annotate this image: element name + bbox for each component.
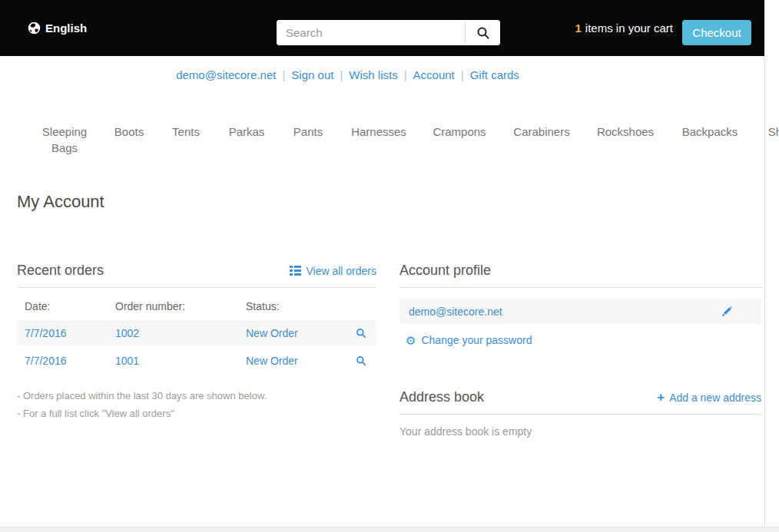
nav-item-crampons[interactable]: Crampons bbox=[433, 124, 486, 140]
wish-lists-link[interactable]: Wish lists bbox=[349, 68, 397, 81]
page-title: My Account bbox=[17, 192, 104, 212]
language-label: English bbox=[45, 21, 87, 35]
search-button[interactable] bbox=[466, 20, 500, 45]
table-row: 7/7/2016 1002 New Order bbox=[17, 320, 376, 345]
account-link[interactable]: Account bbox=[413, 68, 455, 81]
order-status-link[interactable]: New Order bbox=[246, 355, 298, 367]
view-all-orders-link[interactable]: View all orders bbox=[290, 265, 376, 277]
nav-item-harnesses[interactable]: Harnesses bbox=[351, 124, 406, 140]
language-selector[interactable]: English bbox=[28, 0, 87, 56]
profile-email-link[interactable]: demo@sitecore.net bbox=[409, 306, 502, 318]
profile-email-row: demo@sitecore.net bbox=[399, 299, 761, 324]
account-profile-header: Account profile bbox=[399, 263, 761, 288]
link-separator: | bbox=[340, 68, 343, 81]
link-separator: | bbox=[461, 68, 464, 81]
view-all-orders-label: View all orders bbox=[306, 265, 376, 277]
page-right-border bbox=[764, 56, 765, 527]
recent-orders-section: Recent orders View all orders Date: Orde… bbox=[17, 263, 376, 422]
gift-cards-link[interactable]: Gift cards bbox=[470, 68, 519, 81]
search-icon bbox=[356, 328, 366, 339]
account-profile-section: Account profile demo@sitecore.net ⚙ Chan… bbox=[399, 263, 761, 438]
order-number-link[interactable]: 1002 bbox=[115, 327, 139, 339]
search-input[interactable] bbox=[277, 20, 465, 45]
account-email-link[interactable]: demo@sitecore.net bbox=[176, 68, 276, 81]
address-book-title: Address book bbox=[399, 389, 484, 405]
orders-note-line: - Orders placed within the last 30 days … bbox=[17, 387, 376, 405]
checkout-button[interactable]: Checkout bbox=[682, 20, 751, 45]
top-bar: English 1 items in your cart Checkout bbox=[0, 0, 764, 56]
view-order-button[interactable] bbox=[346, 355, 376, 366]
change-password-link[interactable]: ⚙ Change your password bbox=[399, 334, 761, 346]
column-order-number: Order number: bbox=[108, 300, 238, 312]
gear-icon: ⚙ bbox=[406, 335, 416, 346]
account-links-bar: demo@sitecore.net | Sign out | Wish list… bbox=[0, 56, 695, 93]
order-date-link[interactable]: 7/7/2016 bbox=[25, 355, 67, 367]
cart-text: items in your cart bbox=[585, 21, 673, 35]
view-order-button[interactable] bbox=[346, 328, 376, 339]
nav-item-carabiners[interactable]: Carabiners bbox=[513, 124, 569, 140]
order-number-link[interactable]: 1001 bbox=[115, 355, 139, 367]
nav-item-sleeping-bags[interactable]: Sleeping Bags bbox=[33, 124, 96, 156]
recent-orders-title: Recent orders bbox=[17, 263, 104, 279]
add-address-label: Add a new address bbox=[669, 392, 761, 404]
orders-notes: - Orders placed within the last 30 days … bbox=[17, 387, 376, 422]
sign-out-link[interactable]: Sign out bbox=[291, 68, 333, 81]
link-separator: | bbox=[282, 68, 285, 81]
orders-note-line: - For a full list click "View all orders… bbox=[17, 405, 376, 422]
order-status-link[interactable]: New Order bbox=[246, 327, 298, 339]
globe-icon bbox=[28, 21, 41, 35]
list-icon bbox=[290, 266, 301, 276]
footer-strip bbox=[0, 527, 779, 532]
address-book-empty-text: Your address book is empty bbox=[399, 425, 761, 438]
orders-table-header: Date: Order number: Status: bbox=[17, 293, 376, 319]
search-icon bbox=[476, 26, 490, 40]
link-separator: | bbox=[404, 68, 407, 81]
nav-item-boots[interactable]: Boots bbox=[114, 124, 144, 140]
search-box bbox=[277, 20, 500, 45]
column-date: Date: bbox=[17, 300, 108, 312]
nav-item-pants[interactable]: Pants bbox=[293, 124, 323, 140]
nav-item-shirts-clipped[interactable]: Sh bbox=[768, 124, 779, 140]
change-password-label: Change your password bbox=[421, 334, 532, 346]
search-icon bbox=[356, 355, 366, 366]
table-row: 7/7/2016 1001 New Order bbox=[17, 348, 376, 373]
nav-item-rockshoes[interactable]: Rockshoes bbox=[597, 124, 654, 140]
nav-item-tents[interactable]: Tents bbox=[172, 124, 200, 140]
nav-item-parkas[interactable]: Parkas bbox=[229, 124, 265, 140]
nav-item-backpacks[interactable]: Backpacks bbox=[682, 124, 738, 140]
address-book-header: Address book + Add a new address bbox=[399, 389, 761, 415]
add-address-link[interactable]: + Add a new address bbox=[657, 391, 761, 404]
account-profile-title: Account profile bbox=[399, 263, 491, 279]
cart-count: 1 bbox=[575, 21, 581, 35]
plus-icon: + bbox=[657, 391, 665, 404]
pencil-icon[interactable] bbox=[722, 306, 732, 316]
order-date-link[interactable]: 7/7/2016 bbox=[25, 327, 67, 339]
cart-status[interactable]: 1 items in your cart bbox=[575, 0, 673, 56]
column-status: Status: bbox=[238, 300, 346, 312]
recent-orders-header: Recent orders View all orders bbox=[17, 263, 376, 288]
